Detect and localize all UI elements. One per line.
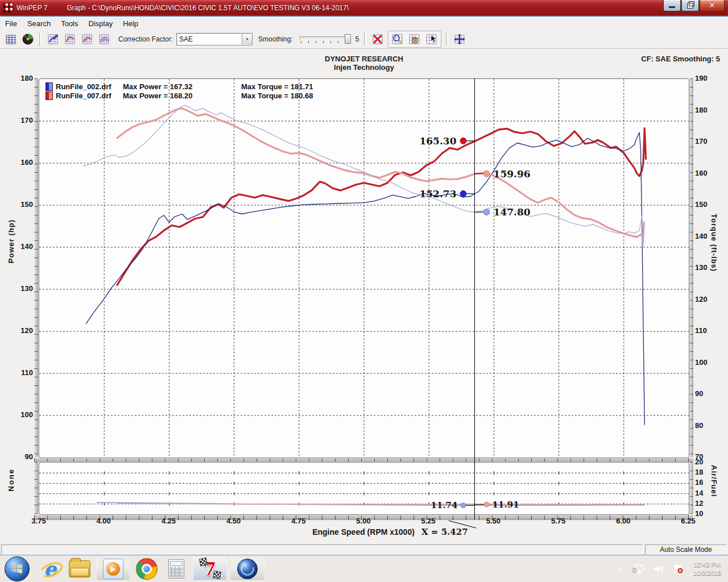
af-left-axis-title: None: [7, 468, 15, 492]
close-icon: ✕: [709, 1, 715, 10]
power-tick-label: 140: [15, 242, 33, 251]
power-tick-label: 120: [15, 326, 33, 335]
air-fuel-plot[interactable]: 11.7411.91: [39, 462, 689, 515]
main-plot[interactable]: 165.30159.96152.73147.80: [39, 78, 689, 458]
chart-subtitle: Injen Technology: [0, 63, 728, 72]
graph-single-icon[interactable]: [62, 31, 78, 47]
winpep-window: WinPEP 7 Graph - C:\DynoRuns\HONDA\CIVIC…: [0, 0, 728, 582]
taskbar: e ▶ 7 ▲: [0, 555, 728, 582]
calculator-icon: [168, 559, 184, 579]
power-tick-label: 150: [15, 200, 33, 209]
power-tick-label: 100: [15, 410, 33, 419]
chart-header: DYNOJET RESEARCH Injen Technology: [0, 55, 728, 72]
smoothing-slider[interactable]: [299, 33, 351, 45]
menu-help[interactable]: Help: [118, 18, 143, 30]
window-controls: ✕: [663, 0, 728, 15]
winpep-7-icon: 7: [204, 560, 216, 578]
windows-flag-icon: [10, 562, 24, 576]
legend-row: RunFile_007.drfMax Power = 168.20Max Tor…: [46, 91, 313, 100]
graph-multi-icon[interactable]: [96, 31, 112, 47]
pan-graph-icon[interactable]: [407, 31, 423, 47]
chart-area: DYNOJET RESEARCH Injen Technology CF: SA…: [0, 49, 728, 544]
chevron-down-icon[interactable]: ▾: [242, 34, 252, 44]
graph-overlay-icon[interactable]: [79, 31, 95, 47]
torque-tick-label: 120: [695, 295, 708, 304]
chart-title: DYNOJET RESEARCH: [0, 55, 728, 63]
svg-text:11.74: 11.74: [431, 500, 458, 510]
taskbar-item-internet-explorer[interactable]: e: [37, 558, 63, 580]
taskbar-item-file-explorer[interactable]: [67, 558, 93, 580]
app-title: WinPEP 7: [16, 4, 47, 12]
legend-power: Max Power = 168.20: [123, 92, 241, 100]
dynojet-app-icon: [237, 559, 258, 579]
correction-factor-label: Correction Factor:: [118, 35, 173, 43]
torque-tick-label: 110: [695, 326, 707, 335]
media-player-icon: ▶: [103, 559, 123, 579]
show-hidden-icons-button[interactable]: ▲: [618, 566, 623, 572]
minimize-button[interactable]: [663, 0, 681, 11]
menu-display[interactable]: Display: [84, 18, 118, 30]
menu-file[interactable]: File: [0, 18, 22, 30]
slider-ticks: [301, 41, 348, 43]
folder-icon: [69, 560, 90, 577]
taskbar-clock[interactable]: 12:42 PM 10/3/2018: [693, 560, 721, 577]
action-center-icon[interactable]: [672, 564, 684, 574]
taskbar-item-calculator[interactable]: [163, 558, 189, 580]
gauge-view-icon[interactable]: [20, 31, 36, 47]
cursor-line[interactable]: [474, 78, 475, 519]
svg-text:11.91: 11.91: [493, 500, 519, 510]
scale-axes-icon[interactable]: [452, 31, 468, 47]
rpm-tick-label: 3.75: [26, 517, 52, 525]
taskbar-item-media-player[interactable]: ▶: [96, 557, 130, 581]
af-plot-svg: 11.7411.91: [39, 463, 689, 514]
smoothing-value: 5: [355, 35, 359, 43]
legend-torque: Max Torque = 180.68: [241, 92, 313, 100]
title-bar: WinPEP 7 Graph - C:\DynoRuns\HONDA\CIVIC…: [0, 0, 728, 16]
power-tick-label: 170: [15, 116, 33, 124]
taskbar-item-dynojet-app[interactable]: [230, 557, 264, 581]
taskbar-item-chrome[interactable]: [134, 558, 160, 580]
legend: RunFile_002.drfMax Power = 167.32Max Tor…: [46, 82, 313, 100]
svg-text:159.96: 159.96: [494, 168, 531, 180]
correction-factor-select[interactable]: SAE ▾: [176, 33, 253, 45]
network-icon[interactable]: [632, 564, 645, 574]
af-tick-label: 20: [695, 458, 703, 466]
restore-icon: [687, 3, 693, 9]
rpm-tick-label: 4.50: [221, 517, 247, 525]
legend-row: RunFile_002.drfMax Power = 167.32Max Tor…: [46, 82, 313, 91]
rpm-tick-label: 4.00: [90, 517, 117, 525]
torque-axis-ticks-strip: [689, 78, 693, 457]
torque-tick-label: 150: [695, 200, 708, 209]
document-title: Graph - C:\DynoRuns\HONDA\CIVIC\2016 CIV…: [67, 4, 349, 12]
main-plot-bottom-ticks-strip: [34, 458, 693, 462]
torque-tick-label: 160: [695, 169, 708, 177]
start-button[interactable]: [5, 556, 30, 581]
graph-pen-icon[interactable]: [45, 31, 61, 47]
power-axis-ticks-strip: [34, 78, 38, 457]
legend-file: RunFile_007.drf: [56, 92, 123, 100]
torque-tick-label: 130: [695, 263, 708, 272]
minimize-icon: [669, 6, 675, 8]
restore-button[interactable]: [681, 0, 699, 11]
torque-tick-label: 180: [695, 106, 708, 114]
volume-icon[interactable]: [653, 564, 664, 574]
rpm-tick-label: 5.25: [415, 517, 441, 525]
torque-axis-title: Torque (ft-lbs): [710, 214, 718, 272]
toolbar-separator: [39, 32, 42, 46]
status-bar: Auto Scale Mode: [0, 544, 728, 555]
menu-tools[interactable]: Tools: [56, 18, 83, 30]
af-axis-title: Air/Fuel: [710, 465, 718, 497]
close-button[interactable]: ✕: [700, 0, 725, 11]
zoom-graph-icon[interactable]: [390, 31, 406, 47]
clear-graph-icon[interactable]: [370, 31, 386, 47]
tray-time: 12:42 PM: [693, 560, 721, 569]
chart-settings-readout: CF: SAE Smoothing: 5: [641, 55, 720, 63]
scale-mode-indicator: Auto Scale Mode: [645, 544, 727, 555]
taskbar-item-winpep[interactable]: 7: [193, 557, 227, 581]
toolbar-separator: [446, 32, 448, 46]
menu-bar: FileSearchToolsDisplayHelp: [0, 16, 728, 31]
table-view-icon[interactable]: [3, 31, 19, 47]
select-graph-icon[interactable]: [424, 31, 440, 47]
menu-search[interactable]: Search: [22, 18, 56, 30]
slider-thumb[interactable]: [345, 34, 351, 44]
